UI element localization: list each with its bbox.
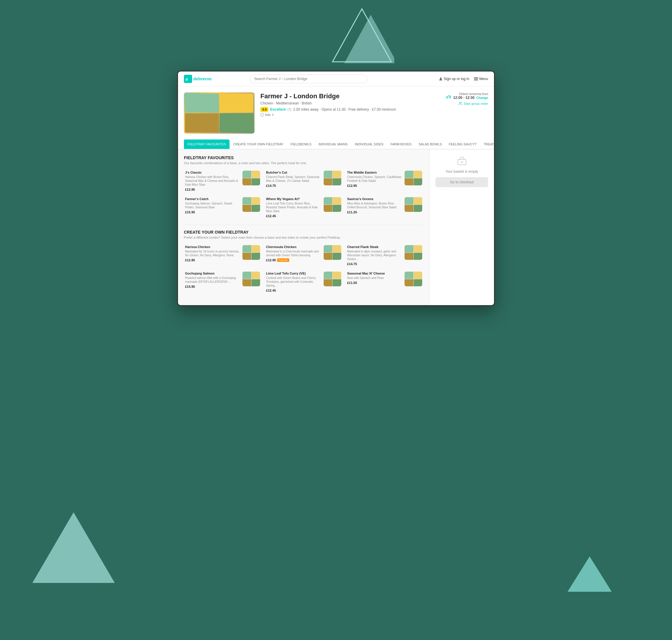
svg-point-14 xyxy=(459,102,461,103)
food-cell-1 xyxy=(185,93,219,113)
list-item[interactable]: Gochujang Salmon Roasted salmon fillet w… xyxy=(184,271,261,293)
restaurant-image xyxy=(184,92,254,134)
menu-item-name: Seasonal Mac N' Cheese xyxy=(347,272,402,275)
svg-marker-3 xyxy=(568,556,612,592)
list-item[interactable]: Butcher's Cut Charred Flank Steak, Spina… xyxy=(265,170,342,192)
list-item[interactable]: The Middle Eastern Charmoula Chicken, Sp… xyxy=(346,170,423,192)
create-items-grid: Harissa Chicken Marinated for 24 hours i… xyxy=(184,244,423,293)
menu-item-image xyxy=(405,245,422,260)
menu-item-price: £12.45 xyxy=(266,289,321,292)
search-input[interactable] xyxy=(250,74,367,83)
menu-item-price: £12.95 xyxy=(185,258,240,262)
menu-item-info: Seasonal Mac N' Cheese Now with Spinach … xyxy=(347,272,402,285)
tab-feeling-saucy[interactable]: FEELING SAUCY? xyxy=(445,140,480,149)
svg-marker-2 xyxy=(32,512,115,583)
menu-link[interactable]: Menu xyxy=(474,77,488,81)
menu-item-info: Chermoula Chicken Marinated in a Chermou… xyxy=(266,245,321,262)
info-link[interactable]: i Info xyxy=(260,113,440,117)
menu-item-info: Farmer's Catch Gochujang Salmon, Spinach… xyxy=(185,197,240,214)
menu-item-name: Farmer's Catch xyxy=(185,197,240,201)
tab-fieldbowls[interactable]: FIELDBOWLS xyxy=(287,140,315,149)
tab-treat-yourself[interactable]: TREAT YO'SELF xyxy=(480,140,494,149)
menu-item-image xyxy=(405,171,422,185)
menu-item-price: £12.95 xyxy=(185,188,240,191)
search-bar[interactable] xyxy=(250,74,367,83)
basket-svg-icon xyxy=(457,155,467,166)
tab-farm-boxes[interactable]: FARM BOXES xyxy=(387,140,415,149)
menu-item-name: J's Classic xyxy=(185,171,240,174)
list-item[interactable]: Charred Flank Steak Marinated in dijon m… xyxy=(346,244,423,267)
checkout-button[interactable]: Go to checkout xyxy=(436,177,488,187)
menu-item-price: £12.95 xyxy=(266,258,276,262)
fieldtray-section-subtitle: Our favourite combinations of a base, a … xyxy=(184,161,423,165)
menu-item-info: Harissa Chicken Marinated for 24 hours i… xyxy=(185,245,240,262)
restaurant-info: Farmer J - London Bridge Chicken · Medit… xyxy=(260,92,440,117)
start-group-order[interactable]: Start group order xyxy=(446,102,488,106)
change-link[interactable]: Change xyxy=(476,96,488,100)
menu-item-price: £12.45 xyxy=(266,214,321,218)
list-item[interactable]: Farmer's Catch Gochujang Salmon, Spinach… xyxy=(184,196,261,219)
tab-individual-mains[interactable]: INDIVIDUAL MAINS xyxy=(315,140,351,149)
svg-point-12 xyxy=(446,97,448,98)
list-item[interactable]: J's Classic Harissa Chicken with Brown R… xyxy=(184,170,261,192)
tab-create-own[interactable]: CREATE YOUR OWN FIELDTRAY xyxy=(230,140,287,149)
menu-item-desc: Miso Miso & Aubergine, Brown Rice, Grill… xyxy=(347,202,402,209)
menu-item-price: £14.75 xyxy=(347,262,402,266)
logo-text: deliveroo xyxy=(193,76,211,81)
menu-item-desc: Roasted salmon fillet with a Gochujang m… xyxy=(185,276,240,283)
rating-count: (7) xyxy=(288,108,291,111)
basket-icon xyxy=(436,155,488,167)
rating-details: 2.00 miles away · Opens at 11:30 · Free … xyxy=(293,107,396,112)
svg-marker-1 xyxy=(344,15,394,63)
group-order-icon xyxy=(458,102,463,106)
rating-badge: 4.9 xyxy=(260,107,268,112)
delivery-info: Deliver tomorrow from 12:00 - 12:30 Chan… xyxy=(446,92,488,106)
section-divider xyxy=(184,225,423,225)
list-item[interactable]: Chermoula Chicken Marinated in a Chermou… xyxy=(265,244,342,267)
menu-item-info: Charred Flank Steak Marinated in dijon m… xyxy=(347,245,402,266)
tab-fieldtray-favourites[interactable]: FIELDTRAY FAVOURITES xyxy=(184,140,230,149)
deliver-time: 12:00 - 12:30 xyxy=(453,96,474,100)
rating-label: Excellent xyxy=(270,107,286,112)
menu-item-info: Saoirse's Greens Miso Miso & Aubergine, … xyxy=(347,197,402,214)
menu-item-desc: Charred Flank Steak, Spinach, Seasonal M… xyxy=(266,175,321,183)
scooter-icon xyxy=(446,93,451,99)
menu-section: FIELDTRAY FAVOURITES Our favourite combi… xyxy=(178,149,429,305)
restaurant-name: Farmer J - London Bridge xyxy=(260,92,440,100)
menu-item-price: £15.95 xyxy=(185,210,240,214)
restaurant-section: Farmer J - London Bridge Chicken · Medit… xyxy=(178,87,494,140)
menu-item-info: J's Classic Harissa Chicken with Brown R… xyxy=(185,171,240,191)
signup-login-link[interactable]: Sign up or log in xyxy=(439,77,469,81)
menu-item-price: £11.50 xyxy=(347,281,402,285)
menu-item-image xyxy=(243,245,260,260)
popular-badge: Popular xyxy=(277,258,289,262)
header-right: Sign up or log in Menu xyxy=(439,77,488,81)
list-item[interactable]: Lime Leaf Tofu Curry (VE) Cooked with Gr… xyxy=(265,271,342,293)
list-item[interactable]: Harissa Chicken Marinated for 24 hours i… xyxy=(184,244,261,267)
menu-icon xyxy=(474,77,478,80)
menu-item-info: Butcher's Cut Charred Flank Steak, Spina… xyxy=(266,171,321,187)
menu-item-desc: Cooked with Green Beans and Cherry Tomat… xyxy=(266,276,321,288)
fieldtray-section-title: FIELDTRAY FAVOURITES xyxy=(184,155,423,160)
menu-item-image xyxy=(324,245,341,260)
restaurant-cuisine: Chicken · Mediterranean · British xyxy=(260,101,440,105)
menu-item-image xyxy=(324,272,341,286)
list-item[interactable]: Where My Vegans At? Lime Leaf Tofu Curry… xyxy=(265,196,342,219)
menu-item-info: Lime Leaf Tofu Curry (VE) Cooked with Gr… xyxy=(266,272,321,292)
menu-item-image xyxy=(324,197,341,212)
tab-salad-bowls[interactable]: SALAD BOWLS xyxy=(415,140,445,149)
list-item[interactable]: Seasonal Mac N' Cheese Now with Spinach … xyxy=(346,271,423,293)
menu-item-price: £14.75 xyxy=(266,184,321,187)
logo[interactable]: d deliveroo xyxy=(184,75,211,83)
menu-item-price: £12.95 xyxy=(347,184,402,187)
fieldtray-items-grid: J's Classic Harissa Chicken with Brown R… xyxy=(184,170,423,219)
svg-point-13 xyxy=(449,97,451,98)
menu-item-name: Charred Flank Steak xyxy=(347,245,402,249)
menu-item-image xyxy=(243,171,260,185)
tab-individual-sides[interactable]: INDIVIDUAL SIDES xyxy=(351,140,387,149)
start-group-order-label: Start group order xyxy=(464,102,488,105)
deliver-label: Deliver tomorrow from xyxy=(453,92,488,96)
browser-window: d deliveroo Sign up or log in xyxy=(177,71,495,306)
list-item[interactable]: Saoirse's Greens Miso Miso & Aubergine, … xyxy=(346,196,423,219)
svg-text:d: d xyxy=(186,77,188,82)
